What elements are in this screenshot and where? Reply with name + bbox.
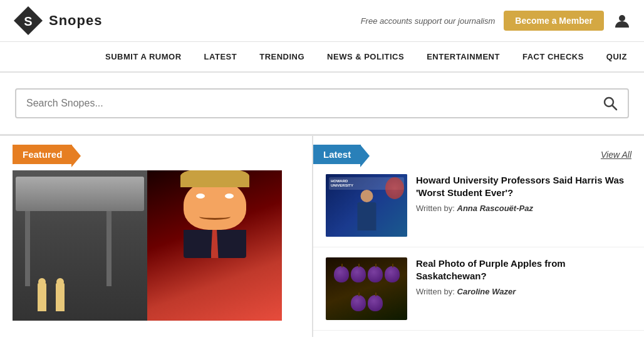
nav-item-latest[interactable]: LATEST: [193, 42, 249, 71]
latest-label: Latest: [313, 145, 361, 164]
featured-image-right: [147, 170, 282, 321]
latest-tag-container: Latest: [313, 145, 361, 164]
logo-text: Snopes: [49, 13, 102, 29]
featured-section: Featured: [0, 136, 313, 337]
article-byline-apples: Written by: Caroline Wazer: [416, 287, 631, 296]
byline-prefix-apples: Written by:: [416, 287, 455, 296]
svg-point-2: [619, 15, 625, 21]
featured-label: Featured: [13, 145, 72, 164]
article-thumbnail-harris: HOWARDUNIVERSITY: [326, 174, 407, 237]
article-info-apples: Real Photo of Purple Apples from Saskatc…: [416, 257, 631, 320]
featured-image[interactable]: [13, 170, 282, 321]
featured-image-left: [13, 170, 147, 321]
nav-item-submit-rumor[interactable]: SUBMIT A RUMOR: [94, 42, 193, 71]
view-all-link[interactable]: View All: [601, 150, 631, 160]
apple-5: [351, 295, 366, 311]
svg-line-4: [613, 106, 617, 110]
search-input[interactable]: [26, 98, 603, 109]
nav-item-entertainment[interactable]: ENTERTAINMENT: [415, 42, 511, 71]
article-author-harris[interactable]: Anna Rascouët-Paz: [457, 204, 533, 213]
header: S Snopes Free accounts support our journ…: [0, 0, 644, 42]
article-item-harris[interactable]: HOWARDUNIVERSITY Howard University Profe…: [313, 164, 644, 247]
article-author-apples[interactable]: Caroline Wazer: [457, 287, 516, 296]
nav-item-trending[interactable]: TRENDING: [248, 42, 316, 71]
byline-prefix-harris: Written by:: [416, 204, 455, 213]
article-byline-harris: Written by: Anna Rascouët-Paz: [416, 204, 631, 213]
content-area: Featured: [0, 134, 644, 337]
article-title-apples[interactable]: Real Photo of Purple Apples from Saskatc…: [416, 257, 631, 282]
logo-area[interactable]: S Snopes: [13, 5, 102, 36]
nav-item-quiz[interactable]: QUIZ: [595, 42, 638, 71]
user-account-icon[interactable]: [613, 11, 631, 30]
latest-header-row: Latest View All: [313, 136, 644, 164]
snopes-logo[interactable]: S: [13, 5, 44, 36]
article-thumbnail-apples: [326, 257, 407, 320]
article-info-harris: Howard University Professors Said Harris…: [416, 174, 631, 237]
apple-4: [385, 266, 400, 282]
search-button[interactable]: [603, 96, 618, 111]
apple-3: [368, 266, 383, 282]
nav-item-news-politics[interactable]: NEWS & POLITICS: [316, 42, 415, 71]
featured-header-container: Featured: [0, 136, 312, 170]
search-icon: [603, 96, 618, 111]
article-title-harris[interactable]: Howard University Professors Said Harris…: [416, 174, 631, 199]
svg-text:S: S: [24, 14, 32, 28]
search-bar: [15, 88, 629, 118]
search-section: [0, 73, 644, 134]
become-member-button[interactable]: Become a Member: [504, 11, 604, 31]
apple-2: [351, 266, 366, 282]
main-navigation: SUBMIT A RUMOR LATEST TRENDING NEWS & PO…: [0, 42, 644, 73]
header-right: Free accounts support our journalism Bec…: [361, 11, 631, 31]
apple-6: [368, 295, 383, 311]
article-item-apples[interactable]: Real Photo of Purple Apples from Saskatc…: [313, 247, 644, 331]
nav-item-fact-checks[interactable]: FACT CHECKS: [511, 42, 595, 71]
free-accounts-text: Free accounts support our journalism: [361, 16, 496, 26]
apple-1: [334, 266, 349, 282]
latest-section: Latest View All HOWARDUNIVERSITY: [313, 136, 644, 337]
